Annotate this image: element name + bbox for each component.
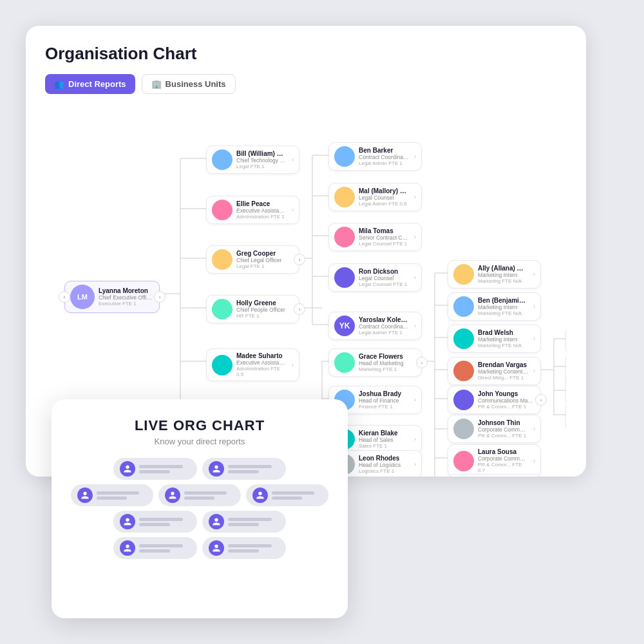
node-holly[interactable]: Holly Greene Chief People Officer HR FTE… bbox=[206, 295, 299, 323]
live-card: LIVE ORG CHART Know your direct reports bbox=[52, 399, 348, 618]
node-lemmy[interactable]: Lemmy Moore Event Project manager PR & C… bbox=[565, 377, 567, 406]
live-avatar-icon bbox=[252, 488, 268, 503]
mal-title: Legal Counsel bbox=[359, 194, 409, 201]
live-item bbox=[202, 537, 286, 559]
live-avatar-icon bbox=[209, 514, 224, 529]
bill-avatar bbox=[212, 149, 232, 170]
bill-title: Chief Technology Officer bbox=[236, 157, 287, 164]
ben-r-name: Ben (Benjamin) Ro... bbox=[478, 297, 528, 304]
ben-barker-name: Ben Barker bbox=[359, 147, 409, 154]
live-row-2 bbox=[71, 484, 328, 506]
tab-direct-reports[interactable]: 👥 Direct Reports bbox=[45, 74, 135, 94]
node-ellie[interactable]: Ellie Peace Executive Assistant to CEO A… bbox=[206, 196, 299, 224]
live-item bbox=[158, 484, 241, 506]
grace-avatar bbox=[334, 352, 355, 373]
brad-name: Brad Welsh bbox=[478, 329, 528, 336]
ron-chevron: › bbox=[414, 274, 416, 281]
bill-name: Bill (William) Bowen bbox=[236, 150, 287, 157]
node-laura[interactable]: Laura Sousa Corporate Communications... … bbox=[448, 444, 541, 477]
node-root[interactable]: LM Lyanna Moreton Chief Executive Office… bbox=[64, 281, 160, 313]
node-brendan[interactable]: Brendan Vargas Marketing Content Manager… bbox=[448, 357, 541, 385]
holly-expand[interactable]: › bbox=[294, 303, 305, 315]
john-name: John Youngs bbox=[478, 390, 535, 397]
mal-chevron: › bbox=[414, 194, 416, 200]
node-madee[interactable]: Madee Suharto Executive Assistant to CEO… bbox=[206, 348, 299, 381]
node-ben-r[interactable]: Ben (Benjamin) Ro... Marketing Intern Ma… bbox=[448, 292, 541, 321]
ben-barker-avatar bbox=[334, 146, 355, 167]
live-card-title: LIVE ORG CHART bbox=[71, 417, 328, 434]
laura-avatar bbox=[453, 451, 474, 471]
mila-name: Mila Tomas bbox=[359, 227, 409, 234]
root-expand-right[interactable]: › bbox=[154, 291, 166, 303]
live-item bbox=[113, 458, 197, 480]
madee-name: Madee Suharto bbox=[236, 352, 287, 359]
root-expand-left[interactable]: ‹ bbox=[59, 291, 70, 303]
live-row-1 bbox=[71, 458, 328, 480]
johnson-chevron: › bbox=[533, 426, 535, 432]
live-row-3 bbox=[71, 511, 328, 533]
node-yaroslav[interactable]: YK Yaroslav Kolesnikova Contract Coordin… bbox=[328, 312, 422, 340]
ben-barker-chevron: › bbox=[414, 153, 416, 160]
ron-title: Legal Counsel bbox=[359, 275, 409, 281]
mila-avatar bbox=[334, 227, 355, 247]
ron-avatar bbox=[334, 267, 355, 288]
node-mila[interactable]: Mila Tomas Senior Contract Coordinator L… bbox=[328, 223, 422, 251]
yaroslav-name: Yaroslav Kolesnikova bbox=[359, 316, 409, 323]
node-grace[interactable]: Grace Flowers Head of Marketing Marketin… bbox=[328, 348, 422, 377]
ben-r-avatar bbox=[453, 296, 474, 317]
live-avatar-icon bbox=[209, 461, 224, 477]
page-title: Organisation Chart bbox=[45, 44, 567, 64]
mal-avatar bbox=[334, 187, 355, 207]
yaroslav-chevron: › bbox=[414, 323, 416, 329]
node-ron[interactable]: Ron Dickson Legal Counsel Legal Counsel … bbox=[328, 263, 422, 292]
ellie-chevron: › bbox=[292, 207, 294, 213]
greg-expand[interactable]: › bbox=[294, 254, 305, 265]
holly-title: Chief People Officer bbox=[236, 307, 294, 313]
mila-chevron: › bbox=[414, 234, 416, 240]
building-icon: 🏢 bbox=[151, 79, 162, 89]
node-benua[interactable]: Benua Portsmuth Corporate Affairs PR & C… bbox=[565, 326, 567, 354]
johnson-avatar bbox=[453, 419, 474, 439]
leon-name: Leon Rhodes bbox=[359, 455, 409, 462]
grace-expand[interactable]: › bbox=[416, 357, 428, 368]
holly-avatar bbox=[212, 299, 232, 319]
kieran-chevron: › bbox=[414, 436, 416, 442]
live-item bbox=[202, 511, 286, 533]
leon-chevron: › bbox=[414, 461, 416, 468]
node-brad[interactable]: Brad Welsh Marketing Intern Marketing FT… bbox=[448, 325, 541, 353]
node-john[interactable]: John Youngs Communications Manager PR & … bbox=[448, 386, 541, 414]
ellie-avatar bbox=[212, 200, 232, 220]
leon-title: Head of Logistics bbox=[359, 462, 409, 468]
root-meta: Executive FTE 1 bbox=[99, 301, 154, 307]
node-ally[interactable]: Ally (Allana) Munro Marketing Intern Mar… bbox=[448, 260, 541, 289]
tab-business-units[interactable]: 🏢 Business Units bbox=[142, 74, 236, 94]
brendan-name: Brendan Vargas bbox=[478, 361, 528, 368]
greg-title: Chief Legal Officer bbox=[236, 257, 294, 263]
johnson-name: Johnson Thin bbox=[478, 419, 528, 426]
node-bill[interactable]: Bill (William) Bowen Chief Technology Of… bbox=[206, 146, 299, 174]
node-ben-barker[interactable]: Ben Barker Contract Coordinator Legal Ad… bbox=[328, 142, 422, 171]
yaroslav-avatar: YK bbox=[334, 316, 355, 336]
node-mal[interactable]: Mal (Mallory) LaC... Legal Counsel Legal… bbox=[328, 183, 422, 211]
laura-name: Laura Sousa bbox=[478, 448, 528, 455]
node-stefan[interactable]: Stefan Vart External Relations Advisor P… bbox=[565, 402, 567, 430]
grace-title: Head of Marketing bbox=[359, 360, 416, 366]
live-item bbox=[113, 537, 197, 559]
node-johnson[interactable]: Johnson Thin Corporate Communications...… bbox=[448, 415, 541, 443]
ally-name: Ally (Allana) Munro bbox=[478, 265, 528, 272]
root-title: Chief Executive Officer bbox=[99, 294, 154, 301]
node-sandy[interactable]: Sandy (Hien) Tran Digital Marketing Lead… bbox=[448, 474, 541, 477]
ally-chevron: › bbox=[533, 271, 535, 278]
node-greg[interactable]: Greg Cooper Chief Legal Officer Legal FT… bbox=[206, 245, 299, 274]
john-title: Communications Manager bbox=[478, 397, 535, 404]
madee-chevron: › bbox=[292, 362, 294, 368]
mila-title: Senior Contract Coordinator bbox=[359, 234, 409, 241]
john-expand[interactable]: › bbox=[535, 394, 547, 406]
ron-name: Ron Dickson bbox=[359, 268, 409, 275]
brendan-avatar bbox=[453, 361, 474, 381]
live-avatar-icon bbox=[120, 540, 135, 556]
live-chart-preview bbox=[71, 458, 328, 559]
joshua-chevron: › bbox=[414, 397, 416, 403]
live-item bbox=[246, 484, 328, 506]
ben-barker-title: Contract Coordinator bbox=[359, 154, 409, 160]
